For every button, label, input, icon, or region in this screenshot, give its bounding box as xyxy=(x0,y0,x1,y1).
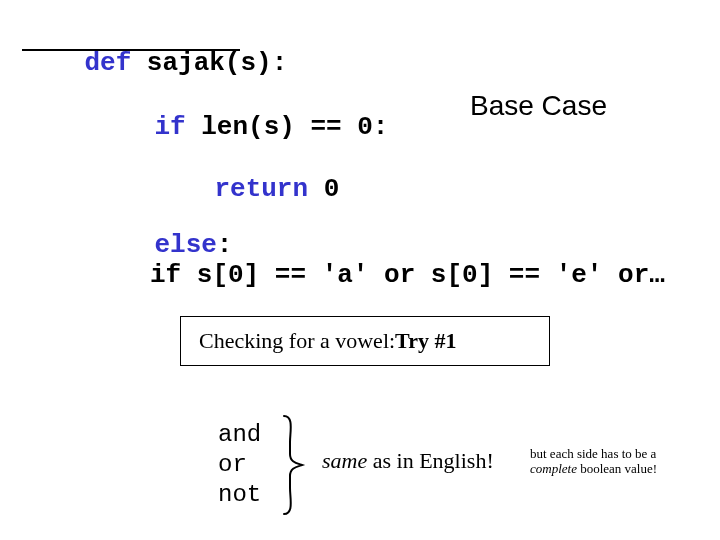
keyword-if: if xyxy=(154,112,185,142)
return-rest: 0 xyxy=(308,174,339,204)
sidenote-rest: boolean value! xyxy=(577,461,657,476)
curly-brace-icon xyxy=(278,414,308,516)
def-underline xyxy=(22,49,240,51)
code-inner-if: if s[0] == 'a' or s[0] == 'e' or… xyxy=(150,260,665,290)
if-rest: len(s) == 0: xyxy=(186,112,389,142)
keyword-else: else xyxy=(154,230,216,260)
side-note: but each side has to be a complete boole… xyxy=(530,446,705,476)
keyword-def: def xyxy=(84,48,131,78)
checking-prefix: Checking for a vowel: xyxy=(199,328,395,354)
same-as-english: same as in English! xyxy=(322,448,494,474)
def-rest: sajak(s): xyxy=(131,48,287,78)
boolean-ops: and or not xyxy=(218,420,261,510)
same-italic: same xyxy=(322,448,367,473)
slide: def sajak(s): if len(s) == 0: return 0 e… xyxy=(0,0,720,540)
else-rest: : xyxy=(217,230,233,260)
base-case-label: Base Case xyxy=(470,90,607,122)
checking-box: Checking for a vowel: Try #1 xyxy=(180,316,550,366)
same-rest: as in English! xyxy=(367,448,494,473)
sidenote-italic: complete xyxy=(530,461,577,476)
sidenote-line1: but each side has to be a xyxy=(530,446,656,461)
checking-bold: Try #1 xyxy=(395,328,456,354)
